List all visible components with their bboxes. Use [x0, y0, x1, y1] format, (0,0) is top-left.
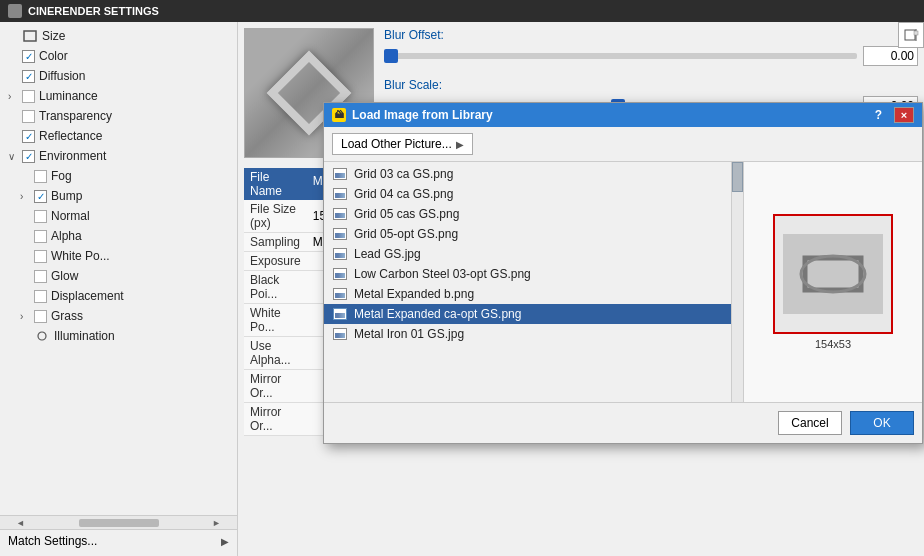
checkbox-whitepoint[interactable] [34, 250, 47, 263]
list-item-grid05cas[interactable]: Grid 05 cas GS.png [324, 204, 743, 224]
mirror-or1-label: Mirror Or... [244, 370, 307, 403]
sidebar-item-color[interactable]: ✓ Color [0, 46, 237, 66]
sidebar-label-size: Size [42, 29, 229, 43]
sidebar-item-fog[interactable]: Fog [0, 166, 237, 186]
file-list-scrollbar-thumb[interactable] [732, 162, 743, 192]
svg-point-1 [38, 332, 46, 340]
file-name-metalca: Metal Expanded ca-opt GS.png [354, 307, 521, 321]
checkbox-diffusion[interactable]: ✓ [22, 70, 35, 83]
blur-offset-thumb[interactable] [384, 49, 398, 63]
checkbox-bump[interactable]: ✓ [34, 190, 47, 203]
sidebar-hscrollbar[interactable]: ◄ ► [0, 515, 237, 529]
right-panel: Blur Offset: Blur Scale: [238, 22, 924, 556]
file-name-lead: Lead GS.jpg [354, 247, 421, 261]
list-item-grid03[interactable]: Grid 03 ca GS.png [324, 164, 743, 184]
sidebar-item-illumination[interactable]: Illumination [0, 326, 237, 346]
dialog-close-button[interactable]: × [894, 107, 914, 123]
sidebar-label-diffusion: Diffusion [39, 69, 229, 83]
sidebar-item-bump[interactable]: › ✓ Bump [0, 186, 237, 206]
list-item-grid04[interactable]: Grid 04 ca GS.png [324, 184, 743, 204]
dialog-close-buttons: ? × [875, 107, 914, 123]
checkbox-fog[interactable] [34, 170, 47, 183]
edit-icon-button[interactable] [898, 22, 924, 48]
blur-offset-input[interactable] [863, 46, 918, 66]
blur-offset-slider-row [384, 46, 918, 66]
load-other-button[interactable]: Load Other Picture... ▶ [332, 133, 473, 155]
black-point-label: Black Poi... [244, 271, 307, 304]
expand-icon-bump: › [20, 191, 32, 202]
expand-icon-luminance: › [8, 91, 20, 102]
exposure-label: Exposure [244, 252, 307, 271]
blur-offset-track[interactable] [384, 53, 857, 59]
sidebar-label-grass: Grass [51, 309, 229, 323]
sidebar-item-environment[interactable]: ∨ ✓ Environment [0, 146, 237, 166]
list-item-grid05opt[interactable]: Grid 05-opt GS.png [324, 224, 743, 244]
file-list: Grid 03 ca GS.png Grid 04 ca GS.png [324, 162, 743, 346]
file-name-grid03: Grid 03 ca GS.png [354, 167, 453, 181]
blur-offset-row: Blur Offset: [384, 28, 918, 42]
sidebar-item-grass[interactable]: › Grass [0, 306, 237, 326]
sidebar-item-diffusion[interactable]: ✓ Diffusion [0, 66, 237, 86]
checkbox-luminance[interactable] [22, 90, 35, 103]
checkbox-transparency[interactable] [22, 110, 35, 123]
white-point-label: White Po... [244, 304, 307, 337]
hscroll-arrows: ◄ ► [16, 518, 221, 528]
svg-rect-0 [24, 31, 36, 41]
list-item-metaliron[interactable]: Metal Iron 01 GS.jpg [324, 324, 743, 344]
checkbox-grass[interactable] [34, 310, 47, 323]
sidebar-item-luminance[interactable]: › Luminance [0, 86, 237, 106]
hscroll-left-arrow[interactable]: ◄ [16, 518, 25, 528]
cancel-button[interactable]: Cancel [778, 411, 842, 435]
sidebar-item-alpha[interactable]: Alpha [0, 226, 237, 246]
blur-scale-label: Blur Scale: [384, 78, 464, 92]
checkbox-environment[interactable]: ✓ [22, 150, 35, 163]
file-name-grid05opt: Grid 05-opt GS.png [354, 227, 458, 241]
sidebar-label-whitepoint: White Po... [51, 249, 229, 263]
file-icon-metalb [332, 287, 348, 301]
dialog-icon: 🏔 [332, 108, 346, 122]
svg-rect-2 [905, 30, 915, 40]
list-item-lowcarbon[interactable]: Low Carbon Steel 03-opt GS.png [324, 264, 743, 284]
file-icon-lead [332, 247, 348, 261]
sidebar-label-glow: Glow [51, 269, 229, 283]
checkbox-color[interactable]: ✓ [22, 50, 35, 63]
dialog-help-button[interactable]: ? [875, 108, 882, 122]
ok-button[interactable]: OK [850, 411, 914, 435]
sampling-label: Sampling [244, 233, 307, 252]
sidebar-item-size[interactable]: Size [0, 26, 237, 46]
list-item-metalb[interactable]: Metal Expanded b.png [324, 284, 743, 304]
hscroll-thumb[interactable] [79, 519, 159, 527]
hscroll-right-arrow[interactable]: ► [212, 518, 221, 528]
match-settings-button[interactable]: Match Settings... ▶ [0, 529, 237, 552]
sidebar-label-normal: Normal [51, 209, 229, 223]
sidebar-label-color: Color [39, 49, 229, 63]
file-name-grid04: Grid 04 ca GS.png [354, 187, 453, 201]
sidebar-item-whitepoint[interactable]: White Po... [0, 246, 237, 266]
checkbox-alpha[interactable] [34, 230, 47, 243]
sidebar: Size ✓ Color ✓ Diffusion › Luminance Tr [0, 22, 238, 556]
file-icon-grid03 [332, 167, 348, 181]
sidebar-item-reflectance[interactable]: ✓ Reflectance [0, 126, 237, 146]
sidebar-item-normal[interactable]: Normal [0, 206, 237, 226]
checkbox-reflectance[interactable]: ✓ [22, 130, 35, 143]
list-item-lead[interactable]: Lead GS.jpg [324, 244, 743, 264]
file-icon-metalca [332, 307, 348, 321]
checkbox-glow[interactable] [34, 270, 47, 283]
checkbox-normal[interactable] [34, 210, 47, 223]
match-arrow-icon: ▶ [221, 536, 229, 547]
file-list-scrollbar[interactable] [731, 162, 743, 402]
sidebar-label-displacement: Displacement [51, 289, 229, 303]
dialog-preview-size: 154x53 [815, 338, 851, 350]
checkbox-displacement[interactable] [34, 290, 47, 303]
use-alpha-label: Use Alpha... [244, 337, 307, 370]
sidebar-item-displacement[interactable]: Displacement [0, 286, 237, 306]
main-panel: CINERENDER SETTINGS Size ✓ Color [0, 0, 924, 556]
file-list-panel: Grid 03 ca GS.png Grid 04 ca GS.png [324, 162, 744, 402]
file-name-metaliron: Metal Iron 01 GS.jpg [354, 327, 464, 341]
file-name-metalb: Metal Expanded b.png [354, 287, 474, 301]
sidebar-item-transparency[interactable]: Transparency [0, 106, 237, 126]
list-item-metalca[interactable]: Metal Expanded ca-opt GS.png [324, 304, 743, 324]
sidebar-item-glow[interactable]: Glow [0, 266, 237, 286]
file-icon-metaliron [332, 327, 348, 341]
blur-offset-label: Blur Offset: [384, 28, 464, 42]
